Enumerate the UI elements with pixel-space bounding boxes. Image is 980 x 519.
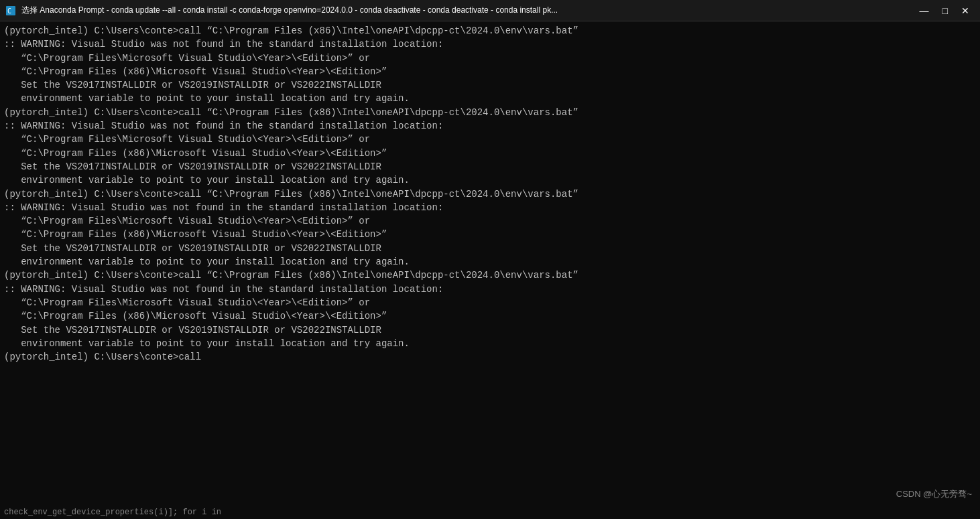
terminal-line: :: WARNING: Visual Studio was not found … <box>4 38 976 51</box>
terminal-window: C 选择 Anaconda Prompt - conda update --al… <box>0 0 980 519</box>
terminal-line: environment variable to point to your in… <box>4 255 976 269</box>
bottom-text: check_env_get_device_properties(i)]; for… <box>4 508 221 517</box>
window-icon: C <box>5 5 16 16</box>
terminal-line: environment variable to point to your in… <box>4 337 976 350</box>
minimize-button[interactable]: — <box>914 4 934 17</box>
window-title: 选择 Anaconda Prompt - conda update --all … <box>21 5 909 16</box>
terminal-line: “C:\Program Files (x86)\Microsoft Visual… <box>4 309 976 323</box>
terminal-output: (pytorch_intel) C:\Users\conte>call “C:\… <box>4 24 976 364</box>
terminal-line: “C:\Program Files (x86)\Microsoft Visual… <box>4 65 976 78</box>
terminal-line: “C:\Program Files\Microsoft Visual Studi… <box>4 296 976 309</box>
terminal-line: environment variable to point to your in… <box>4 92 976 105</box>
terminal-line: “C:\Program Files\Microsoft Visual Studi… <box>4 214 976 228</box>
bottom-bar: check_env_get_device_properties(i)]; for… <box>0 506 980 519</box>
terminal-last-prompt: (pytorch_intel) C:\Users\conte>call <box>4 350 976 364</box>
terminal-body[interactable]: (pytorch_intel) C:\Users\conte>call “C:\… <box>0 21 980 506</box>
terminal-prompt: (pytorch_intel) C:\Users\conte>call “C:\… <box>4 269 976 282</box>
terminal-line: Set the VS2017INSTALLDIR or VS2019INSTAL… <box>4 242 976 255</box>
terminal-line: environment variable to point to your in… <box>4 173 976 187</box>
terminal-line: “C:\Program Files\Microsoft Visual Studi… <box>4 52 976 65</box>
terminal-line: “C:\Program Files (x86)\Microsoft Visual… <box>4 228 976 241</box>
title-bar: C 选择 Anaconda Prompt - conda update --al… <box>0 0 980 21</box>
terminal-line: :: WARNING: Visual Studio was not found … <box>4 119 976 133</box>
terminal-line: :: WARNING: Visual Studio was not found … <box>4 283 976 296</box>
terminal-line: “C:\Program Files (x86)\Microsoft Visual… <box>4 147 976 160</box>
watermark: CSDN @心无旁骛~ <box>896 488 972 500</box>
terminal-prompt: (pytorch_intel) C:\Users\conte>call “C:\… <box>4 24 976 38</box>
svg-text:C: C <box>7 7 11 15</box>
terminal-prompt: (pytorch_intel) C:\Users\conte>call “C:\… <box>4 106 976 119</box>
terminal-prompt: (pytorch_intel) C:\Users\conte>call “C:\… <box>4 188 976 201</box>
terminal-line: Set the VS2017INSTALLDIR or VS2019INSTAL… <box>4 160 976 173</box>
terminal-line: “C:\Program Files\Microsoft Visual Studi… <box>4 133 976 146</box>
terminal-line: :: WARNING: Visual Studio was not found … <box>4 201 976 214</box>
maximize-button[interactable]: □ <box>937 4 953 17</box>
window-controls: — □ ✕ <box>914 4 975 17</box>
terminal-line: Set the VS2017INSTALLDIR or VS2019INSTAL… <box>4 78 976 92</box>
terminal-line: Set the VS2017INSTALLDIR or VS2019INSTAL… <box>4 323 976 337</box>
close-button[interactable]: ✕ <box>956 4 975 17</box>
